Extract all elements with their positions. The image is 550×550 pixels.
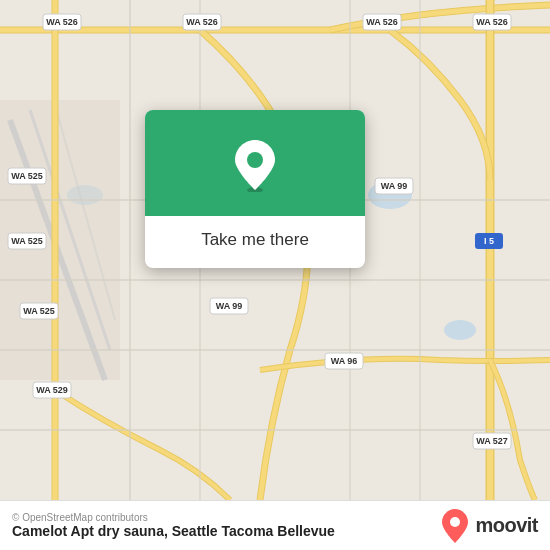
- map-container: WA 526 WA 526 WA 526 WA 526 WA 525 WA 52…: [0, 0, 550, 500]
- svg-text:WA 526: WA 526: [476, 17, 508, 27]
- location-pin-icon: [233, 138, 277, 192]
- svg-point-50: [247, 152, 263, 168]
- bottom-left-info: © OpenStreetMap contributors Camelot Apt…: [12, 512, 335, 539]
- svg-text:WA 527: WA 527: [476, 436, 508, 446]
- svg-text:WA 525: WA 525: [23, 306, 55, 316]
- svg-text:WA 525: WA 525: [11, 171, 43, 181]
- svg-text:WA 529: WA 529: [36, 385, 68, 395]
- svg-text:WA 99: WA 99: [216, 301, 243, 311]
- svg-text:WA 526: WA 526: [186, 17, 218, 27]
- moovit-brand-text: moovit: [475, 514, 538, 537]
- svg-text:WA 99: WA 99: [381, 181, 408, 191]
- svg-point-1: [444, 320, 476, 340]
- svg-text:WA 525: WA 525: [11, 236, 43, 246]
- popup-button-section: Take me there: [189, 216, 321, 268]
- svg-text:WA 526: WA 526: [366, 17, 398, 27]
- svg-text:WA 526: WA 526: [46, 17, 78, 27]
- location-title: Camelot Apt dry sauna, Seattle Tacoma Be…: [12, 523, 335, 539]
- svg-text:WA 96: WA 96: [331, 356, 358, 366]
- location-popup: Take me there: [145, 110, 365, 268]
- moovit-pin-icon: [441, 508, 469, 544]
- bottom-bar: © OpenStreetMap contributors Camelot Apt…: [0, 500, 550, 550]
- svg-point-51: [450, 517, 460, 527]
- popup-green-header: [145, 110, 365, 216]
- take-me-there-button[interactable]: Take me there: [189, 226, 321, 254]
- moovit-logo: moovit: [441, 508, 538, 544]
- svg-text:I 5: I 5: [484, 236, 494, 246]
- copyright-text: © OpenStreetMap contributors: [12, 512, 335, 523]
